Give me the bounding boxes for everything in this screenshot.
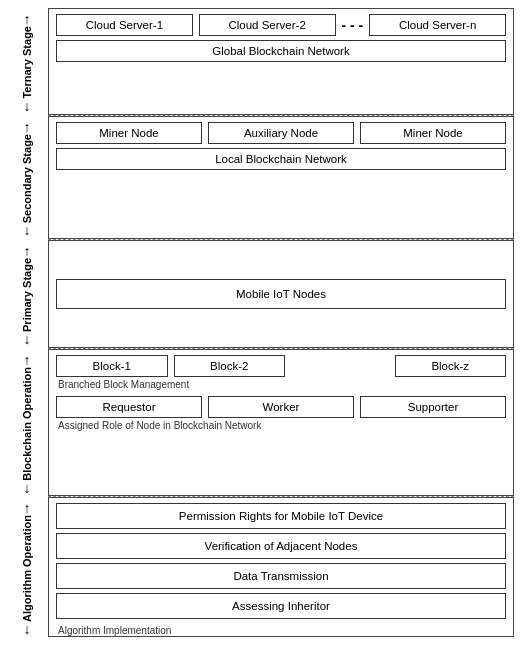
blockchain-stage-label: Blockchain Operation (21, 367, 33, 481)
local-blockchain-box: Local Blockchain Network (56, 148, 506, 170)
ternary-arrow-down: ↓ (24, 99, 31, 113)
block-z-box: Block-z (395, 355, 507, 377)
roles-sublabel: Assigned Role of Node in Blockchain Netw… (56, 420, 506, 431)
blockchain-operation-row: ↑ Blockchain Operation ↓ Block-1 Block-2… (6, 349, 514, 496)
blockchain-stage-label-wrap: ↑ Blockchain Operation ↓ (6, 349, 48, 496)
algorithm-arrow-down: ↓ (24, 622, 31, 636)
primary-stage-row: ↑ Primary Stage ↓ Mobile IoT Nodes (6, 240, 514, 348)
primary-stage-label-wrap: ↑ Primary Stage ↓ (6, 240, 48, 348)
nodes-row: Miner Node Auxiliary Node Miner Node (56, 122, 506, 144)
miner-node-1-box: Miner Node (56, 122, 202, 144)
blocks-sublabel: Branched Block Management (56, 379, 506, 390)
algo-item-1-box: Verification of Adjacent Nodes (56, 533, 506, 559)
cloud-server-n-box: Cloud Server-n (369, 14, 506, 36)
primary-arrow-up: ↑ (24, 244, 31, 258)
cloud-servers-row: Cloud Server-1 Cloud Server-2 - - - Clou… (56, 14, 506, 36)
miner-node-2-box: Miner Node (360, 122, 506, 144)
secondary-stage-label-wrap: ↑ Secondary Stage ↓ (6, 116, 48, 239)
ternary-stage-label: Ternary Stage (21, 26, 33, 99)
worker-box: Worker (208, 396, 354, 418)
blocks-section: Block-1 Block-2 Block-z Branched Block M… (56, 355, 506, 390)
primary-stage-label: Primary Stage (21, 258, 33, 332)
algo-item-0-box: Permission Rights for Mobile IoT Device (56, 503, 506, 529)
auxiliary-node-box: Auxiliary Node (208, 122, 354, 144)
ternary-arrow-up: ↑ (24, 12, 31, 26)
global-blockchain-box: Global Blockchain Network (56, 40, 506, 62)
ternary-stage-content: Cloud Server-1 Cloud Server-2 - - - Clou… (48, 8, 514, 115)
secondary-arrow-down: ↓ (24, 223, 31, 237)
cloud-server-1-box: Cloud Server-1 (56, 14, 193, 36)
dots-separator: - - - (342, 17, 364, 33)
blockchain-arrow-up: ↑ (24, 353, 31, 367)
secondary-stage-row: ↑ Secondary Stage ↓ Miner Node Auxiliary… (6, 116, 514, 239)
secondary-stage-content: Miner Node Auxiliary Node Miner Node Loc… (48, 116, 514, 239)
algorithm-stage-content: Permission Rights for Mobile IoT Device … (48, 497, 514, 637)
algorithm-stage-label-wrap: ↑ Algorithm Operation ↓ (6, 497, 48, 637)
ternary-stage-label-wrap: ↑ Ternary Stage ↓ (6, 8, 48, 115)
blocks-row: Block-1 Block-2 Block-z (56, 355, 506, 377)
algorithm-sublabel: Algorithm Implementation (56, 625, 506, 636)
block-1-box: Block-1 (56, 355, 168, 377)
algo-item-3-box: Assessing Inheritor (56, 593, 506, 619)
ternary-stage-row: ↑ Ternary Stage ↓ Cloud Server-1 Cloud S… (6, 8, 514, 115)
diagram-container: ↑ Ternary Stage ↓ Cloud Server-1 Cloud S… (0, 0, 520, 645)
algorithm-operation-row: ↑ Algorithm Operation ↓ Permission Right… (6, 497, 514, 637)
primary-arrow-down: ↓ (24, 332, 31, 346)
secondary-stage-label: Secondary Stage (21, 134, 33, 223)
blockchain-stage-content: Block-1 Block-2 Block-z Branched Block M… (48, 349, 514, 496)
supporter-box: Supporter (360, 396, 506, 418)
mobile-iot-nodes-box: Mobile IoT Nodes (56, 279, 506, 309)
blockchain-arrow-down: ↓ (24, 481, 31, 495)
algorithm-stage-label: Algorithm Operation (21, 515, 33, 622)
primary-stage-content: Mobile IoT Nodes (48, 240, 514, 348)
algorithm-arrow-up: ↑ (24, 501, 31, 515)
roles-row: Requestor Worker Supporter (56, 396, 506, 418)
block-2-box: Block-2 (174, 355, 286, 377)
algo-item-2-box: Data Transmission (56, 563, 506, 589)
roles-section: Requestor Worker Supporter Assigned Role… (56, 396, 506, 431)
requestor-box: Requestor (56, 396, 202, 418)
secondary-arrow-up: ↑ (24, 120, 31, 134)
cloud-server-2-box: Cloud Server-2 (199, 14, 336, 36)
